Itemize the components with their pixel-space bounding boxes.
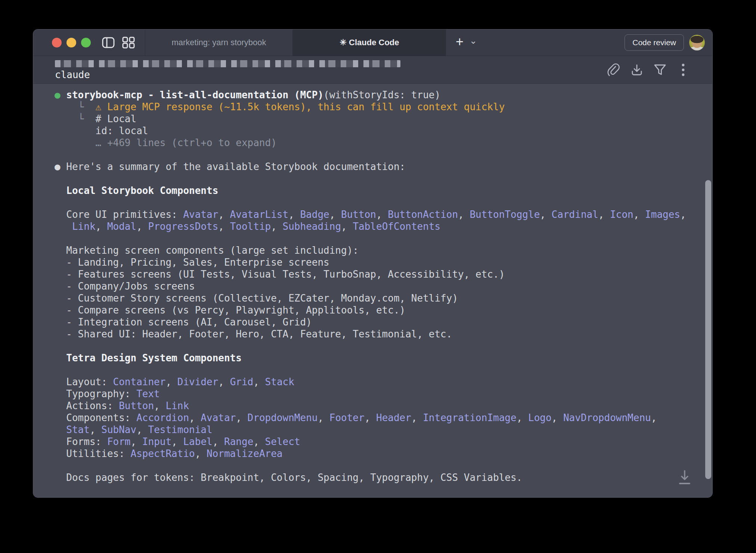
kebab-menu-icon[interactable] bbox=[676, 62, 691, 77]
terminal-line: Utilities: AspectRatio, NormalizeArea bbox=[55, 448, 712, 460]
terminal-line: - Compare screens (vs Percy, Playwright,… bbox=[55, 304, 712, 316]
terminal-line: ● Here's a summary of the available Stor… bbox=[55, 161, 712, 173]
redacted-command-line bbox=[55, 60, 400, 67]
titlebar-right: + ⌄ Code review bbox=[446, 30, 712, 56]
terminal-line bbox=[55, 197, 712, 208]
terminal-line: - Features screens (UI Tests, Visual Tes… bbox=[55, 268, 712, 280]
titlebar: marketing: yarn storybook ✳ Claude Code … bbox=[33, 30, 712, 56]
paperclip-icon[interactable] bbox=[606, 62, 621, 77]
session-header: claude bbox=[33, 56, 712, 84]
terminal-line: Local Storybook Components bbox=[55, 185, 712, 197]
terminal-line: Link, Modal, ProgressDots, Tooltip, Subh… bbox=[55, 220, 712, 232]
terminal-line: ● storybook-mcp - list-all-documentation… bbox=[55, 89, 712, 101]
terminal-line: Components: Accordion, Avatar, DropdownM… bbox=[55, 412, 712, 424]
sidebar-toggle-icon[interactable] bbox=[101, 35, 116, 50]
terminal-line bbox=[55, 149, 712, 161]
terminal-line bbox=[55, 340, 712, 352]
terminal-content: ● storybook-mcp - list-all-documentation… bbox=[33, 84, 712, 497]
terminal-line: Core UI primitives: Avatar, AvatarList, … bbox=[55, 208, 712, 220]
minimize-window-button[interactable] bbox=[66, 38, 76, 47]
user-avatar[interactable] bbox=[689, 35, 705, 50]
terminal-line: Forms: Form, Input, Label, Range, Select bbox=[55, 436, 712, 448]
terminal-line: └ ⚠ Large MCP response (~11.5k tokens), … bbox=[55, 101, 712, 113]
terminal-line bbox=[55, 484, 712, 495]
terminal-line: Actions: Button, Link bbox=[55, 400, 712, 412]
close-window-button[interactable] bbox=[52, 38, 62, 47]
terminal-line: Docs pages for tokens: Breakpoint, Color… bbox=[55, 472, 712, 484]
terminal-window: marketing: yarn storybook ✳ Claude Code … bbox=[33, 29, 713, 498]
terminal-line: Layout: Container, Divider, Grid, Stack bbox=[55, 376, 712, 388]
terminal-line bbox=[55, 173, 712, 185]
terminal-line: Typography: Text bbox=[55, 388, 712, 400]
scrollbar-thumb[interactable] bbox=[705, 180, 711, 479]
tab-label: ✳ Claude Code bbox=[340, 38, 399, 47]
terminal-line: - Shared UI: Header, Footer, Hero, CTA, … bbox=[55, 328, 712, 340]
funnel-icon[interactable] bbox=[653, 62, 667, 77]
terminal-line: - Customer Story screens (Collective, EZ… bbox=[55, 292, 712, 304]
terminal-line: Stat, SubNav, Testimonial bbox=[55, 424, 712, 436]
terminal-line: Marketing screen components (large set i… bbox=[55, 244, 712, 256]
zoom-window-button[interactable] bbox=[81, 38, 91, 47]
chevron-down-icon[interactable]: ⌄ bbox=[470, 36, 477, 49]
command-name: claude bbox=[55, 70, 606, 80]
terminal-line bbox=[55, 460, 712, 472]
desktop: marketing: yarn storybook ✳ Claude Code … bbox=[0, 0, 756, 553]
terminal-line: … +469 lines (ctrl+o to expand) bbox=[55, 137, 712, 149]
titlebar-left bbox=[33, 30, 145, 56]
scroll-to-bottom-icon[interactable] bbox=[676, 468, 693, 486]
tab-claude-code[interactable]: ✳ Claude Code bbox=[293, 30, 446, 56]
tab-label: marketing: yarn storybook bbox=[171, 38, 266, 47]
terminal-line bbox=[55, 364, 712, 376]
session-header-texts: claude bbox=[55, 56, 606, 83]
code-review-button[interactable]: Code review bbox=[625, 34, 684, 51]
terminal-line: - Company/Jobs screens bbox=[55, 280, 712, 292]
terminal-line: id: local bbox=[55, 125, 712, 137]
tab-marketing-yarn-storybook[interactable]: marketing: yarn storybook bbox=[145, 30, 293, 56]
download-icon[interactable] bbox=[629, 62, 644, 77]
grid-view-icon[interactable] bbox=[121, 35, 136, 50]
terminal-line: Tetra Design System Components bbox=[55, 352, 712, 364]
terminal-line: What would you like to work on? bbox=[55, 495, 712, 497]
session-header-icons bbox=[606, 56, 691, 83]
terminal-line: └ # Local bbox=[55, 113, 712, 125]
terminal-line bbox=[55, 232, 712, 244]
terminal-line: - Landing, Pricing, Sales, Enterprise sc… bbox=[55, 256, 712, 268]
terminal-output: ● storybook-mcp - list-all-documentation… bbox=[55, 89, 712, 497]
terminal-line: - Integration screens (AI, Carousel, Gri… bbox=[55, 316, 712, 328]
new-tab-button[interactable]: + bbox=[456, 35, 464, 50]
